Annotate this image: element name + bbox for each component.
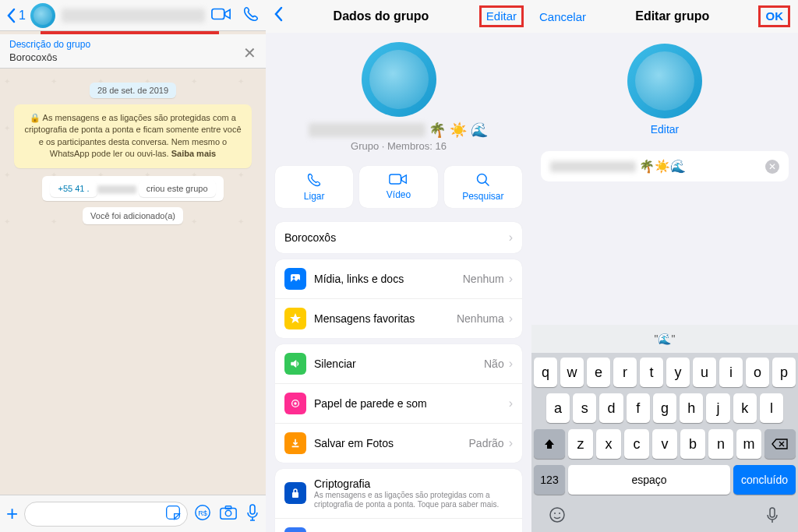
keyboard-row-1: qwertyuiop bbox=[534, 358, 796, 387]
key-z[interactable]: z bbox=[568, 429, 593, 459]
svg-point-9 bbox=[477, 174, 486, 184]
svg-point-16 bbox=[550, 508, 564, 522]
description-row[interactable]: Borocoxôs › bbox=[275, 222, 522, 253]
keyboard-suggestion[interactable]: "🌊" bbox=[531, 325, 798, 353]
video-call-icon[interactable] bbox=[211, 6, 231, 25]
svg-point-17 bbox=[554, 513, 556, 514]
edit-group-screen: Cancelar Editar grupo OK Editar 🌴☀️🌊 ✕ "… bbox=[531, 0, 798, 532]
chat-area[interactable]: 28 de set. de 2019 🔒 As mensagens e as l… bbox=[0, 69, 266, 238]
back-button[interactable] bbox=[274, 6, 283, 26]
key-a[interactable]: a bbox=[546, 393, 570, 423]
done-key[interactable]: concluído bbox=[733, 465, 796, 495]
sticker-icon[interactable] bbox=[165, 505, 181, 523]
key-d[interactable]: d bbox=[599, 393, 623, 423]
media-row[interactable]: Mídia, links e docs Nenhum › bbox=[275, 259, 522, 299]
starred-row[interactable]: Mensagens favoritas Nenhuma › bbox=[275, 299, 522, 338]
microphone-icon[interactable] bbox=[245, 503, 260, 525]
group-avatar[interactable] bbox=[627, 44, 702, 118]
date-separator: 28 de set. de 2019 bbox=[8, 83, 258, 97]
save-photos-row[interactable]: Salvar em Fotos Padrão › bbox=[275, 424, 522, 463]
chevron-right-icon: › bbox=[509, 231, 513, 245]
group-avatar-section: 🌴 ☀️ 🌊 Grupo · Membros: 16 bbox=[266, 33, 531, 158]
svg-text:R$: R$ bbox=[198, 509, 207, 516]
svg-point-18 bbox=[559, 513, 560, 514]
group-name: 🌴 ☀️ 🌊 bbox=[266, 122, 531, 139]
key-x[interactable]: x bbox=[596, 429, 621, 459]
call-action[interactable]: Ligar bbox=[275, 166, 353, 208]
key-b[interactable]: b bbox=[680, 429, 705, 459]
key-c[interactable]: c bbox=[624, 429, 649, 459]
system-message-added: Você foi adicionado(a) bbox=[8, 207, 258, 224]
key-o[interactable]: o bbox=[746, 358, 769, 387]
edit-photo-link[interactable]: Editar bbox=[531, 123, 798, 136]
svg-rect-0 bbox=[212, 9, 224, 19]
encryption-notice[interactable]: 🔒 As mensagens e as ligações são protegi… bbox=[14, 104, 252, 168]
edit-button[interactable]: Editar bbox=[486, 9, 517, 23]
message-input[interactable] bbox=[24, 502, 188, 527]
close-icon[interactable]: ✕ bbox=[243, 39, 256, 62]
keyboard: "🌊" qwertyuiop asdfghjkl zxcvbnm 123 esp… bbox=[531, 325, 798, 532]
group-name-blurred[interactable] bbox=[62, 9, 205, 23]
dictation-key[interactable] bbox=[763, 506, 782, 527]
group-subtitle: Grupo · Membros: 16 bbox=[266, 140, 531, 152]
key-f[interactable]: f bbox=[627, 393, 650, 423]
payment-icon[interactable]: R$ bbox=[194, 504, 211, 524]
speaker-icon bbox=[284, 353, 306, 375]
cancel-button[interactable]: Cancelar bbox=[539, 10, 586, 23]
key-e[interactable]: e bbox=[587, 358, 610, 387]
key-t[interactable]: t bbox=[640, 358, 663, 387]
wallpaper-icon bbox=[284, 393, 306, 414]
key-p[interactable]: p bbox=[772, 358, 796, 387]
key-j[interactable]: j bbox=[706, 393, 729, 423]
video-action[interactable]: Vídeo bbox=[359, 166, 437, 208]
learn-more-link[interactable]: Saiba mais bbox=[171, 149, 216, 158]
message-input-bar: + R$ bbox=[0, 495, 266, 532]
screen-title: Editar grupo bbox=[635, 9, 709, 23]
key-r[interactable]: r bbox=[613, 358, 637, 387]
key-m[interactable]: m bbox=[736, 429, 761, 459]
download-icon bbox=[284, 432, 306, 454]
key-g[interactable]: g bbox=[653, 393, 676, 423]
mute-row[interactable]: Silenciar Não › bbox=[275, 344, 522, 384]
description-title: Descrição do grupo bbox=[9, 39, 90, 50]
screen-title: Dados do grupo bbox=[334, 9, 429, 23]
key-h[interactable]: h bbox=[680, 393, 703, 423]
backspace-key[interactable] bbox=[764, 429, 796, 459]
chat-header: 1 bbox=[0, 0, 266, 31]
search-action[interactable]: Pesquisar bbox=[444, 166, 522, 208]
emoji-key[interactable] bbox=[548, 506, 567, 527]
ok-button[interactable]: OK bbox=[765, 9, 783, 23]
svg-rect-14 bbox=[292, 492, 298, 498]
lock-icon bbox=[284, 482, 306, 504]
svg-point-13 bbox=[294, 402, 297, 405]
disappearing-row[interactable]: Mensagens temporá… Desativadas › bbox=[275, 519, 522, 532]
key-y[interactable]: y bbox=[666, 358, 690, 387]
key-l[interactable]: l bbox=[760, 393, 783, 423]
back-button[interactable]: 1 bbox=[6, 8, 26, 23]
key-q[interactable]: q bbox=[534, 358, 557, 387]
key-i[interactable]: i bbox=[719, 358, 743, 387]
group-name-input[interactable]: 🌴☀️🌊 ✕ bbox=[541, 151, 789, 181]
wallpaper-row[interactable]: Papel de parede e som › bbox=[275, 384, 522, 424]
key-v[interactable]: v bbox=[652, 429, 677, 459]
key-u[interactable]: u bbox=[693, 358, 716, 387]
attach-icon[interactable]: + bbox=[6, 502, 18, 526]
voice-call-icon[interactable] bbox=[242, 5, 260, 26]
media-icon bbox=[284, 268, 306, 290]
space-key[interactable]: espaço bbox=[568, 465, 730, 495]
clear-input-icon[interactable]: ✕ bbox=[765, 160, 779, 174]
svg-point-11 bbox=[293, 277, 295, 279]
key-w[interactable]: w bbox=[560, 358, 584, 387]
svg-rect-8 bbox=[390, 174, 401, 184]
action-buttons-row: Ligar Vídeo Pesquisar bbox=[266, 158, 531, 216]
key-s[interactable]: s bbox=[573, 393, 596, 423]
shift-key[interactable] bbox=[534, 429, 565, 459]
numbers-key[interactable]: 123 bbox=[534, 465, 565, 495]
encryption-row[interactable]: CriptografiaAs mensagens e as ligações s… bbox=[275, 469, 522, 519]
key-n[interactable]: n bbox=[708, 429, 733, 459]
group-description-bar[interactable]: Descrição do grupo Borocoxôs ✕ bbox=[0, 34, 266, 69]
group-avatar[interactable] bbox=[362, 42, 436, 117]
camera-icon[interactable] bbox=[219, 504, 238, 524]
key-k[interactable]: k bbox=[733, 393, 757, 423]
group-avatar[interactable] bbox=[30, 3, 55, 28]
